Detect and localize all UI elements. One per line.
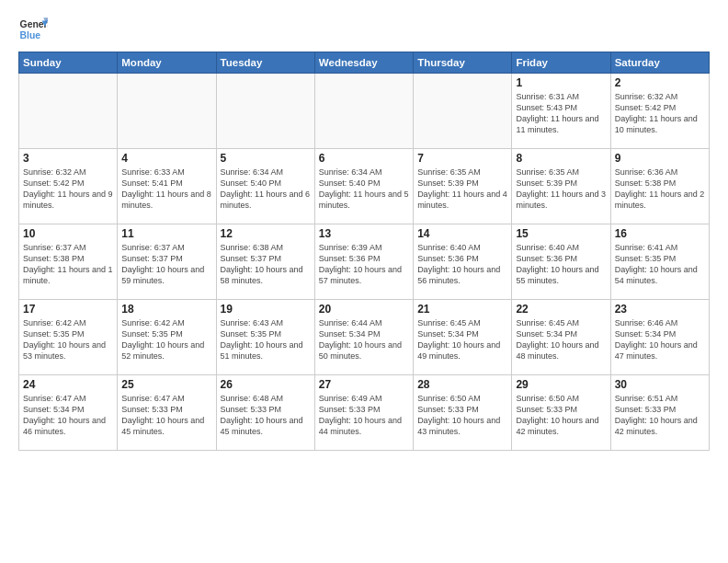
weekday-header: Friday (512, 52, 610, 74)
cell-info: Sunrise: 6:45 AM Sunset: 5:34 PM Dayligh… (516, 317, 606, 362)
calendar-cell (118, 74, 216, 149)
cell-info: Sunrise: 6:45 AM Sunset: 5:34 PM Dayligh… (417, 317, 507, 362)
cell-info: Sunrise: 6:47 AM Sunset: 5:33 PM Dayligh… (121, 393, 211, 438)
cell-info: Sunrise: 6:37 AM Sunset: 5:37 PM Dayligh… (121, 242, 211, 287)
weekday-header: Saturday (610, 52, 709, 74)
weekday-header-row: SundayMondayTuesdayWednesdayThursdayFrid… (19, 52, 710, 74)
day-number: 26 (221, 378, 311, 391)
calendar-cell: 29Sunrise: 6:50 AM Sunset: 5:33 PM Dayli… (512, 375, 610, 451)
calendar-cell: 27Sunrise: 6:49 AM Sunset: 5:33 PM Dayli… (314, 375, 413, 451)
day-number: 25 (121, 378, 211, 391)
cell-info: Sunrise: 6:42 AM Sunset: 5:35 PM Dayligh… (121, 317, 211, 362)
calendar-cell: 16Sunrise: 6:41 AM Sunset: 5:35 PM Dayli… (610, 224, 709, 300)
cell-info: Sunrise: 6:43 AM Sunset: 5:35 PM Dayligh… (221, 317, 311, 362)
cell-info: Sunrise: 6:33 AM Sunset: 5:41 PM Dayligh… (121, 167, 211, 212)
calendar-cell: 2Sunrise: 6:32 AM Sunset: 5:42 PM Daylig… (610, 74, 709, 149)
cell-info: Sunrise: 6:40 AM Sunset: 5:36 PM Dayligh… (516, 242, 606, 287)
logo: General Blue (18, 15, 48, 44)
day-number: 12 (221, 227, 311, 240)
cell-info: Sunrise: 6:40 AM Sunset: 5:36 PM Dayligh… (417, 242, 507, 287)
day-number: 10 (23, 227, 113, 240)
calendar-cell: 1Sunrise: 6:31 AM Sunset: 5:43 PM Daylig… (512, 74, 610, 149)
day-number: 15 (516, 227, 606, 240)
cell-info: Sunrise: 6:32 AM Sunset: 5:42 PM Dayligh… (615, 91, 705, 136)
calendar-cell: 11Sunrise: 6:37 AM Sunset: 5:37 PM Dayli… (118, 224, 216, 300)
cell-info: Sunrise: 6:41 AM Sunset: 5:35 PM Dayligh… (615, 242, 705, 287)
weekday-header: Thursday (414, 52, 512, 74)
calendar-cell: 21Sunrise: 6:45 AM Sunset: 5:34 PM Dayli… (414, 300, 512, 375)
calendar-cell: 4Sunrise: 6:33 AM Sunset: 5:41 PM Daylig… (118, 149, 216, 224)
calendar-week-row: 1Sunrise: 6:31 AM Sunset: 5:43 PM Daylig… (19, 74, 710, 149)
cell-info: Sunrise: 6:36 AM Sunset: 5:38 PM Dayligh… (615, 167, 705, 212)
weekday-header: Sunday (19, 52, 118, 74)
calendar-cell: 10Sunrise: 6:37 AM Sunset: 5:38 PM Dayli… (19, 224, 118, 300)
calendar-table: SundayMondayTuesdayWednesdayThursdayFrid… (18, 52, 710, 451)
day-number: 22 (516, 303, 606, 316)
day-number: 24 (23, 378, 113, 391)
cell-info: Sunrise: 6:51 AM Sunset: 5:33 PM Dayligh… (615, 393, 705, 438)
calendar-cell: 12Sunrise: 6:38 AM Sunset: 5:37 PM Dayli… (216, 224, 314, 300)
weekday-header: Monday (118, 52, 216, 74)
calendar-cell: 22Sunrise: 6:45 AM Sunset: 5:34 PM Dayli… (512, 300, 610, 375)
day-number: 3 (23, 152, 113, 165)
calendar-cell: 24Sunrise: 6:47 AM Sunset: 5:34 PM Dayli… (19, 375, 118, 451)
cell-info: Sunrise: 6:50 AM Sunset: 5:33 PM Dayligh… (516, 393, 606, 438)
day-number: 21 (417, 303, 507, 316)
day-number: 18 (121, 303, 211, 316)
day-number: 28 (417, 378, 507, 391)
day-number: 16 (615, 227, 705, 240)
day-number: 7 (417, 152, 507, 165)
day-number: 27 (319, 378, 409, 391)
day-number: 2 (615, 76, 705, 89)
cell-info: Sunrise: 6:34 AM Sunset: 5:40 PM Dayligh… (319, 167, 409, 212)
day-number: 19 (221, 303, 311, 316)
calendar-cell: 9Sunrise: 6:36 AM Sunset: 5:38 PM Daylig… (610, 149, 709, 224)
calendar-week-row: 3Sunrise: 6:32 AM Sunset: 5:42 PM Daylig… (19, 149, 710, 224)
cell-info: Sunrise: 6:31 AM Sunset: 5:43 PM Dayligh… (516, 91, 606, 136)
day-number: 20 (319, 303, 409, 316)
calendar-cell: 18Sunrise: 6:42 AM Sunset: 5:35 PM Dayli… (118, 300, 216, 375)
calendar-page: General Blue SundayMondayTuesdayWednesda… (0, 0, 728, 563)
day-number: 29 (516, 378, 606, 391)
day-number: 9 (615, 152, 705, 165)
calendar-cell: 13Sunrise: 6:39 AM Sunset: 5:36 PM Dayli… (314, 224, 413, 300)
calendar-cell (216, 74, 314, 149)
cell-info: Sunrise: 6:47 AM Sunset: 5:34 PM Dayligh… (23, 393, 113, 438)
calendar-cell: 19Sunrise: 6:43 AM Sunset: 5:35 PM Dayli… (216, 300, 314, 375)
day-number: 23 (615, 303, 705, 316)
day-number: 14 (417, 227, 507, 240)
calendar-cell: 25Sunrise: 6:47 AM Sunset: 5:33 PM Dayli… (118, 375, 216, 451)
calendar-cell: 8Sunrise: 6:35 AM Sunset: 5:39 PM Daylig… (512, 149, 610, 224)
calendar-week-row: 24Sunrise: 6:47 AM Sunset: 5:34 PM Dayli… (19, 375, 710, 451)
day-number: 30 (615, 378, 705, 391)
calendar-cell: 5Sunrise: 6:34 AM Sunset: 5:40 PM Daylig… (216, 149, 314, 224)
day-number: 5 (221, 152, 311, 165)
calendar-cell (414, 74, 512, 149)
calendar-cell: 23Sunrise: 6:46 AM Sunset: 5:34 PM Dayli… (610, 300, 709, 375)
day-number: 8 (516, 152, 606, 165)
weekday-header: Wednesday (314, 52, 413, 74)
calendar-cell: 15Sunrise: 6:40 AM Sunset: 5:36 PM Dayli… (512, 224, 610, 300)
cell-info: Sunrise: 6:39 AM Sunset: 5:36 PM Dayligh… (319, 242, 409, 287)
day-number: 11 (121, 227, 211, 240)
cell-info: Sunrise: 6:49 AM Sunset: 5:33 PM Dayligh… (319, 393, 409, 438)
calendar-cell: 7Sunrise: 6:35 AM Sunset: 5:39 PM Daylig… (414, 149, 512, 224)
cell-info: Sunrise: 6:46 AM Sunset: 5:34 PM Dayligh… (615, 317, 705, 362)
day-number: 17 (23, 303, 113, 316)
cell-info: Sunrise: 6:32 AM Sunset: 5:42 PM Dayligh… (23, 167, 113, 212)
weekday-header: Tuesday (216, 52, 314, 74)
cell-info: Sunrise: 6:35 AM Sunset: 5:39 PM Dayligh… (417, 167, 507, 212)
calendar-cell: 6Sunrise: 6:34 AM Sunset: 5:40 PM Daylig… (314, 149, 413, 224)
day-number: 6 (319, 152, 409, 165)
cell-info: Sunrise: 6:50 AM Sunset: 5:33 PM Dayligh… (417, 393, 507, 438)
day-number: 13 (319, 227, 409, 240)
cell-info: Sunrise: 6:34 AM Sunset: 5:40 PM Dayligh… (221, 167, 311, 212)
calendar-cell: 20Sunrise: 6:44 AM Sunset: 5:34 PM Dayli… (314, 300, 413, 375)
day-number: 1 (516, 76, 606, 89)
cell-info: Sunrise: 6:37 AM Sunset: 5:38 PM Dayligh… (23, 242, 113, 287)
cell-info: Sunrise: 6:35 AM Sunset: 5:39 PM Dayligh… (516, 167, 606, 212)
calendar-cell: 28Sunrise: 6:50 AM Sunset: 5:33 PM Dayli… (414, 375, 512, 451)
svg-text:Blue: Blue (20, 30, 41, 40)
cell-info: Sunrise: 6:48 AM Sunset: 5:33 PM Dayligh… (221, 393, 311, 438)
calendar-cell: 14Sunrise: 6:40 AM Sunset: 5:36 PM Dayli… (414, 224, 512, 300)
